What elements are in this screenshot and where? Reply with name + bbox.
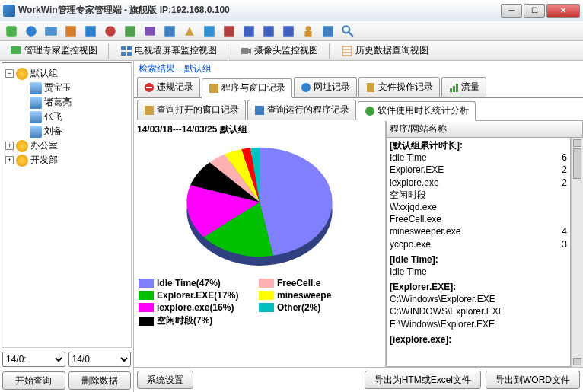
subtab-windows[interactable]: 查询打开的窗口记录 (137, 100, 246, 120)
tab-programs[interactable]: 程序与窗口记录 (202, 78, 292, 98)
list-row[interactable]: Idle Time (390, 266, 567, 278)
list-row[interactable]: C:\WINDOWS\Explorer.EXE (390, 305, 567, 317)
view-tab-monitor[interactable]: 管理专家监控视图 (3, 42, 104, 59)
toolbar-icon-14[interactable] (260, 23, 277, 40)
toolbar-icon-13[interactable] (241, 23, 257, 40)
list-row[interactable]: Explorer.EXE2 (390, 164, 567, 176)
list-row[interactable]: Idle Time6 (390, 151, 567, 164)
toolbar-icon-3[interactable] (43, 23, 59, 40)
toolbar-icon-18[interactable] (339, 23, 356, 40)
scroll-thumb[interactable] (573, 148, 581, 179)
svg-point-14 (306, 26, 311, 31)
list-row[interactable]: 空闲时段 (390, 189, 567, 201)
svg-rect-34 (453, 86, 455, 92)
maximize-button[interactable]: ☐ (524, 4, 545, 18)
scroll-up-icon[interactable] (573, 139, 581, 147)
toolbar-icon-16[interactable] (300, 23, 317, 40)
view-tab-label: 管理专家监控视图 (24, 44, 97, 57)
separator (228, 43, 229, 59)
tree-item[interactable]: 刘备 (5, 124, 128, 139)
tree-item[interactable]: 张飞 (5, 110, 128, 124)
scrollbar[interactable] (571, 138, 583, 367)
list-row[interactable]: yccpo.exe3 (390, 238, 567, 250)
minimize-button[interactable]: ─ (501, 4, 522, 18)
svg-rect-21 (127, 46, 132, 50)
legend-label: minesweepe (277, 290, 331, 301)
list-row[interactable]: iexplore.exe2 (390, 177, 567, 189)
toolbar-icon-12[interactable] (221, 23, 237, 40)
collapse-icon[interactable]: − (5, 69, 14, 78)
chart-legend: Idle Time(47%) FreeCell.e Explorer.EXE(1… (137, 275, 382, 330)
right-panel: 检索结果---默认组 违规记录 程序与窗口记录 网址记录 文件操作记录 流量 查… (134, 61, 583, 392)
svg-rect-7 (145, 27, 155, 35)
legend-swatch (139, 279, 154, 288)
tab-urls[interactable]: 网址记录 (294, 77, 357, 97)
tab-violation[interactable]: 违规记录 (137, 77, 200, 97)
subtab-usage-stats[interactable]: 软件使用时长统计分析 (358, 101, 476, 121)
date-controls: 14/0: 14/0: (0, 349, 133, 369)
toolbar-icon-6[interactable] (102, 23, 119, 40)
tab-traffic[interactable]: 流量 (441, 77, 486, 97)
date-to-select[interactable]: 14/0: (68, 352, 132, 367)
svg-rect-8 (164, 26, 175, 37)
tab-label: 软件使用时长统计分析 (378, 104, 469, 117)
app-icon (3, 5, 15, 17)
toolbar-icon-10[interactable] (181, 23, 198, 40)
date-from-select[interactable]: 14/0: (2, 352, 65, 367)
chart-title: 14/03/18---14/03/25 默认组 (137, 122, 382, 138)
list-row[interactable]: C:\Windows\Explorer.EXE (390, 293, 567, 305)
legend-item: Other(2%) (259, 302, 373, 313)
view-tab-camera[interactable]: 摄像头监控视图 (233, 42, 325, 59)
start-query-button[interactable]: 开始查询 (2, 371, 65, 390)
list-row[interactable]: FreeCell.exe (390, 213, 567, 225)
records-tabbar: 违规记录 程序与窗口记录 网址记录 文件操作记录 流量 (134, 77, 583, 98)
list-row[interactable]: minesweeper.exe4 (390, 225, 567, 237)
expand-icon[interactable]: + (5, 142, 14, 150)
svg-rect-20 (121, 46, 126, 50)
list-header[interactable]: 程序/网站名称 (386, 120, 583, 138)
delete-data-button[interactable]: 删除数据 (68, 371, 132, 390)
list-section-header: [默认组累计时长]: (390, 139, 567, 151)
tree-group-dev[interactable]: +开发部 (5, 153, 128, 167)
expand-icon[interactable]: + (5, 156, 14, 164)
toolbar-icon-17[interactable] (320, 23, 336, 40)
legend-item: iexplore.exe(16%) (139, 302, 253, 313)
tree-item[interactable]: 诸葛亮 (5, 95, 128, 110)
toolbar-icon-8[interactable] (142, 23, 158, 40)
group-tree[interactable]: −默认组 贾宝玉 诸葛亮 张飞 刘备 +办公室 +开发部 (2, 62, 132, 348)
scroll-down-icon[interactable] (573, 358, 581, 365)
svg-rect-15 (305, 31, 312, 37)
svg-rect-6 (125, 26, 135, 37)
tab-label: 文件操作记录 (378, 81, 433, 94)
svg-rect-23 (127, 52, 132, 56)
list-body[interactable]: [默认组累计时长]:Idle Time6Explorer.EXE2iexplor… (386, 138, 571, 367)
svg-point-31 (301, 83, 311, 92)
export-htm-excel-button[interactable]: 导出为HTM或Excel文件 (365, 371, 481, 389)
legend-swatch (259, 291, 274, 300)
list-row[interactable]: E:\Windows\Explorer.EXE (390, 318, 567, 330)
toolbar-icon-4[interactable] (62, 23, 79, 40)
toolbar-icon-1[interactable] (3, 23, 20, 40)
tab-fileops[interactable]: 文件操作记录 (358, 77, 440, 97)
toolbar-icon-5[interactable] (82, 23, 99, 40)
tree-label: 张飞 (44, 110, 62, 123)
toolbar-icon-7[interactable] (122, 23, 139, 40)
toolbar-icon-11[interactable] (201, 23, 218, 40)
view-tab-history[interactable]: 历史数据查询视图 (334, 42, 435, 59)
view-tab-tvwall[interactable]: 电视墙屏幕监控视图 (113, 42, 224, 59)
close-button[interactable]: ✕ (546, 4, 580, 18)
system-settings-button[interactable]: 系统设置 (137, 371, 193, 389)
separator (329, 43, 330, 59)
tree-root[interactable]: −默认组 (5, 66, 128, 81)
toolbar-icon-15[interactable] (280, 23, 297, 40)
tree-group-office[interactable]: +办公室 (5, 139, 128, 153)
list-row[interactable]: Wxxjqd.exe (390, 201, 567, 213)
subtab-programs[interactable]: 查询运行的程序记录 (247, 100, 356, 120)
tree-item[interactable]: 贾宝玉 (5, 81, 128, 95)
export-word-button[interactable]: 导出到WORD文件 (486, 371, 580, 389)
tree-label: 默认组 (30, 67, 58, 80)
toolbar-icon-2[interactable] (23, 23, 40, 40)
toolbar-icon-9[interactable] (161, 23, 178, 40)
svg-rect-9 (204, 26, 215, 37)
view-tab-row: 管理专家监控视图 电视墙屏幕监控视图 摄像头监控视图 历史数据查询视图 (0, 41, 583, 61)
